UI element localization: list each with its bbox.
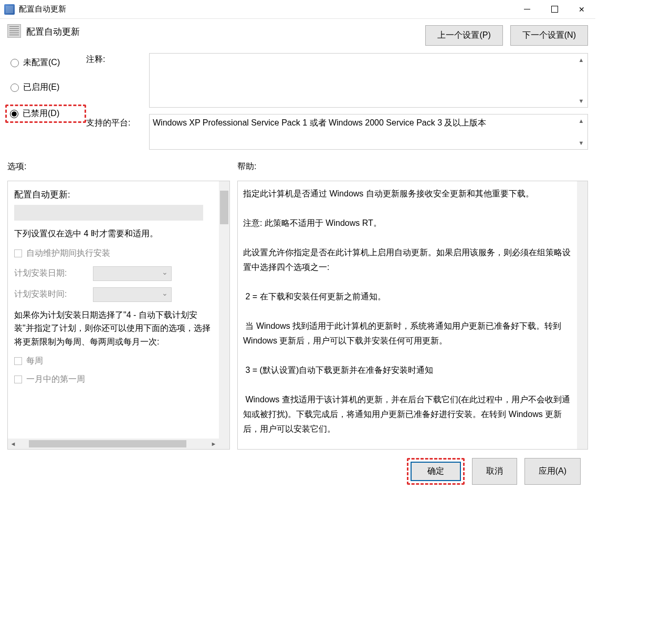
policy-icon bbox=[7, 24, 21, 38]
radio-label: 已禁用(D) bbox=[23, 108, 59, 119]
radio-label: 未配置(C) bbox=[23, 57, 60, 68]
ok-button[interactable]: 确定 bbox=[411, 462, 461, 481]
options-title: 配置自动更新: bbox=[14, 189, 216, 201]
checkbox-icon bbox=[14, 249, 22, 257]
help-text: 指定此计算机是否通过 Windows 自动更新服务接收安全更新和其他重要下载。 … bbox=[243, 186, 574, 436]
scroll-down-icon[interactable]: ▼ bbox=[576, 138, 586, 148]
scroll-up-icon[interactable]: ▲ bbox=[576, 116, 586, 126]
minimize-button[interactable] bbox=[513, 0, 541, 19]
checkbox-maintenance-install: 自动维护期间执行安装 bbox=[14, 248, 216, 259]
vertical-scrollbar[interactable] bbox=[577, 181, 587, 449]
help-section-label: 帮助: bbox=[237, 161, 256, 172]
radio-disabled[interactable]: 已禁用(D) bbox=[5, 105, 86, 123]
checkbox-label: 每周 bbox=[26, 356, 43, 367]
horizontal-scrollbar[interactable]: ◄ ► bbox=[8, 439, 219, 449]
options-section-label: 选项: bbox=[7, 161, 237, 172]
supported-platforms-textbox[interactable]: Windows XP Professional Service Pack 1 或… bbox=[149, 114, 588, 150]
supported-label: 支持的平台: bbox=[86, 118, 149, 129]
options-paragraph: 如果你为计划安装日期选择了"4 - 自动下载计划安装"并指定了计划，则你还可以使… bbox=[14, 308, 216, 349]
cancel-button[interactable]: 取消 bbox=[472, 458, 517, 485]
maximize-button[interactable] bbox=[541, 0, 568, 19]
ok-button-highlight: 确定 bbox=[407, 458, 465, 485]
radio-input[interactable] bbox=[10, 59, 19, 67]
options-disabled-dropdown bbox=[14, 205, 203, 221]
close-button[interactable] bbox=[568, 0, 595, 19]
scroll-right-icon[interactable]: ► bbox=[208, 441, 219, 447]
checkbox-first-week: 一月中的第一周 bbox=[14, 374, 216, 385]
install-day-label: 计划安装日期: bbox=[14, 268, 93, 279]
policy-title: 配置自动更新 bbox=[26, 24, 80, 38]
radio-input[interactable] bbox=[10, 84, 19, 92]
checkbox-label: 一月中的第一周 bbox=[26, 374, 85, 385]
install-time-dropdown bbox=[93, 287, 172, 302]
app-icon bbox=[4, 4, 15, 15]
checkbox-icon bbox=[14, 357, 22, 365]
radio-label: 已启用(E) bbox=[23, 82, 59, 93]
checkbox-label: 自动维护期间执行安装 bbox=[26, 248, 110, 259]
radio-not-configured[interactable]: 未配置(C) bbox=[7, 55, 86, 70]
titlebar: 配置自动更新 bbox=[0, 0, 595, 19]
previous-setting-button[interactable]: 上一个设置(P) bbox=[425, 25, 502, 46]
scroll-up-icon[interactable]: ▲ bbox=[576, 55, 586, 65]
install-day-dropdown bbox=[93, 266, 172, 281]
comment-label: 注释: bbox=[86, 54, 149, 65]
vertical-scrollbar[interactable] bbox=[219, 181, 229, 449]
apply-button[interactable]: 应用(A) bbox=[524, 458, 581, 485]
scroll-down-icon[interactable]: ▼ bbox=[576, 96, 586, 106]
options-note: 下列设置仅在选中 4 时才需要和适用。 bbox=[14, 227, 216, 241]
next-setting-button[interactable]: 下一个设置(N) bbox=[510, 25, 588, 46]
window-title: 配置自动更新 bbox=[19, 4, 66, 14]
options-panel: 配置自动更新: 下列设置仅在选中 4 时才需要和适用。 自动维护期间执行安装 计… bbox=[7, 181, 230, 450]
checkbox-weekly: 每周 bbox=[14, 356, 216, 367]
radio-enabled[interactable]: 已启用(E) bbox=[7, 80, 86, 95]
help-panel: 指定此计算机是否通过 Windows 自动更新服务接收安全更新和其他重要下载。 … bbox=[237, 181, 588, 450]
install-time-label: 计划安装时间: bbox=[14, 289, 93, 300]
supported-platforms-text: Windows XP Professional Service Pack 1 或… bbox=[153, 118, 487, 127]
checkbox-icon bbox=[14, 376, 22, 383]
radio-input[interactable] bbox=[10, 110, 18, 118]
scroll-left-icon[interactable]: ◄ bbox=[8, 441, 18, 447]
comment-textbox[interactable]: ▲ ▼ bbox=[149, 53, 588, 108]
